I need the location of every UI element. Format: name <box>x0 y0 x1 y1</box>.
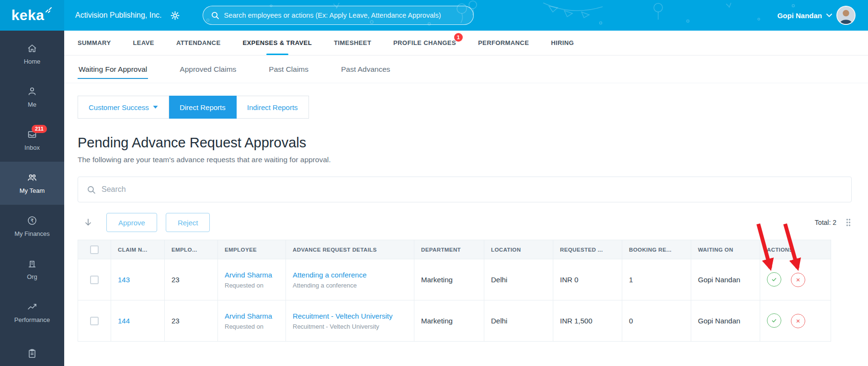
sidebar-item-org[interactable]: Org <box>0 248 64 291</box>
user-name: Gopi Nandan <box>777 11 822 20</box>
booking-requests: 0 <box>629 317 633 325</box>
subtab-past-advances[interactable]: Past Advances <box>340 62 391 77</box>
col-employee: EMPLOYEE <box>218 240 286 259</box>
total-count: Total: 2 <box>815 219 836 226</box>
advance-requests-table: CLAIM N... EMPLO... EMPLOYEE ADVANCE REQ… <box>78 240 831 342</box>
direct-reports-button[interactable]: Direct Reports <box>169 96 237 119</box>
tab-hiring[interactable]: HIRING <box>551 31 574 55</box>
section-tabs: Waiting For Approval Approved Claims Pas… <box>64 55 868 83</box>
sidebar-item-label: My Team <box>20 187 45 194</box>
sidebar-item-label: My Finances <box>14 230 50 237</box>
requested-on-label: Requested on <box>225 282 279 289</box>
employee-no: 23 <box>171 317 180 325</box>
sidebar-item-label: Org <box>27 273 37 280</box>
col-booking: BOOKING RE... <box>622 240 691 259</box>
department: Marketing <box>421 317 453 325</box>
claim-link[interactable]: 143 <box>118 276 130 284</box>
sidebar-item-my-finances[interactable]: ₹ My Finances <box>0 205 64 248</box>
approve-row-icon[interactable] <box>767 313 781 328</box>
caret-down-icon <box>153 105 158 109</box>
col-requested: REQUESTED ... <box>553 240 622 259</box>
subtab-waiting-for-approval[interactable]: Waiting For Approval <box>78 62 148 77</box>
indirect-reports-button[interactable]: Indirect Reports <box>237 96 309 119</box>
sidebar-item-clipboard[interactable] <box>0 334 64 366</box>
table-search-input[interactable] <box>102 185 843 194</box>
settings-gear-icon[interactable] <box>171 11 180 20</box>
keka-logo-text: keka <box>11 8 45 22</box>
team-selector-dropdown[interactable]: Customer Success <box>78 96 169 119</box>
claim-link[interactable]: 144 <box>118 317 130 325</box>
global-search[interactable] <box>203 6 474 25</box>
user-menu[interactable]: Gopi Nandan <box>777 6 856 25</box>
row-checkbox[interactable] <box>90 276 99 284</box>
sidebar-item-label: Me <box>28 101 36 108</box>
sidebar: Home Me 211 Inbox <box>0 31 64 366</box>
col-employee-no: EMPLO... <box>165 240 218 259</box>
approve-button[interactable]: Approve <box>106 213 157 232</box>
table-header-row: CLAIM N... EMPLO... EMPLOYEE ADVANCE REQ… <box>78 240 831 259</box>
request-details-sub: Recuitment - Veltech University <box>293 323 407 330</box>
sidebar-item-performance[interactable]: Performance <box>0 291 64 334</box>
request-details-link[interactable]: Attending a conference <box>293 271 366 279</box>
tab-attendance[interactable]: ATTENDANCE <box>176 31 221 55</box>
subtab-approved-claims[interactable]: Approved Claims <box>179 62 237 77</box>
table-toolbar: Approve Reject Total: 2 <box>78 213 852 232</box>
sidebar-item-me[interactable]: Me <box>0 76 64 119</box>
app-root: keka Activision Publishing, Inc. <box>0 0 868 366</box>
top-header: keka Activision Publishing, Inc. <box>0 0 868 31</box>
chevron-down-icon <box>826 13 832 17</box>
search-icon <box>87 185 96 194</box>
page-subtitle: The following are your team's advance re… <box>78 155 855 164</box>
reject-row-icon[interactable] <box>791 273 805 287</box>
col-actions: ACTIONS <box>760 240 831 259</box>
sidebar-item-inbox[interactable]: 211 Inbox <box>0 119 64 162</box>
tab-timesheet[interactable]: TIMESHEET <box>334 31 371 55</box>
module-tabs: SUMMARY LEAVE ATTENDANCE EXPENSES & TRAV… <box>64 31 868 55</box>
col-waiting-on: WAITING ON <box>691 240 760 259</box>
tab-expenses-travel[interactable]: EXPENSES & TRAVEL <box>242 31 312 55</box>
tab-performance[interactable]: PERFORMANCE <box>478 31 529 55</box>
logo-spark-icon <box>45 6 53 14</box>
sidebar-item-home[interactable]: Home <box>0 33 64 76</box>
reject-button[interactable]: Reject <box>166 213 210 232</box>
col-department: DEPARTMENT <box>414 240 484 259</box>
user-avatar[interactable] <box>836 6 856 25</box>
team-icon <box>27 172 37 183</box>
sort-download-icon[interactable] <box>83 218 93 227</box>
employee-link[interactable]: Arvind Sharma <box>225 312 274 320</box>
page-title: Pending Advance Request Approvals <box>78 135 855 151</box>
booking-requests: 1 <box>629 276 633 284</box>
table-search[interactable] <box>78 177 852 202</box>
finances-icon: ₹ <box>27 215 37 226</box>
approve-row-icon[interactable] <box>767 272 781 287</box>
row-checkbox[interactable] <box>90 317 99 325</box>
request-details-link[interactable]: Recuitment - Veltech University <box>293 312 392 320</box>
tab-summary[interactable]: SUMMARY <box>78 31 111 55</box>
reject-row-icon[interactable] <box>791 314 805 328</box>
report-filter-group: Customer Success Direct Reports Indirect… <box>78 96 309 119</box>
search-icon <box>211 11 219 20</box>
subtab-past-claims[interactable]: Past Claims <box>268 62 309 77</box>
table-row: 144 23 Arvind Sharma Requested on Recuit… <box>78 300 831 342</box>
sidebar-item-my-team[interactable]: My Team <box>0 162 64 205</box>
column-settings-icon[interactable] <box>845 217 852 228</box>
select-all-checkbox[interactable] <box>90 245 99 254</box>
col-claim-no: CLAIM N... <box>111 240 165 259</box>
requested-on-label: Requested on <box>225 323 279 330</box>
company-name: Activision Publishing, Inc. <box>75 11 162 20</box>
org-icon <box>27 258 37 269</box>
svg-text:₹: ₹ <box>31 218 34 224</box>
tab-leave[interactable]: LEAVE <box>133 31 154 55</box>
global-search-input[interactable] <box>224 11 466 19</box>
keka-logo[interactable]: keka <box>0 0 64 31</box>
waiting-on: Gopi Nandan <box>698 276 740 284</box>
location: Delhi <box>491 317 507 325</box>
main-area: SUMMARY LEAVE ATTENDANCE EXPENSES & TRAV… <box>64 31 868 366</box>
employee-link[interactable]: Arvind Sharma <box>225 271 274 279</box>
table-row: 143 23 Arvind Sharma Requested on Attend… <box>78 259 831 300</box>
requested-amount: INR 0 <box>560 276 578 284</box>
tab-profile-changes[interactable]: PROFILE CHANGES 1 <box>393 31 456 55</box>
home-icon <box>27 43 37 54</box>
tab-profile-changes-label: PROFILE CHANGES <box>393 39 456 46</box>
waiting-on: Gopi Nandan <box>698 317 740 325</box>
